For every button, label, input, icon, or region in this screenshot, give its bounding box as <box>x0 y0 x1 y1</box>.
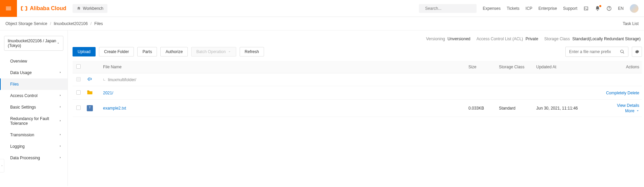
hamburger-icon <box>5 5 12 12</box>
file-updated: Jun 30, 2021, 11:11:46 <box>534 100 595 117</box>
help-icon <box>606 6 612 11</box>
file-size: 0.033KB <box>466 100 496 117</box>
sidebar-item-data-processing[interactable]: Data Processing <box>0 152 67 164</box>
info-label: Versioning <box>426 37 445 41</box>
select-all-checkbox[interactable] <box>76 64 81 69</box>
sidebar-item-access-control[interactable]: Access Control <box>0 90 67 101</box>
top-bar: Alibaba Cloud Workbench Expenses Tickets… <box>0 0 644 17</box>
info-value: Standard(Locally Redundant Storage) <box>572 37 641 41</box>
avatar[interactable] <box>630 4 639 13</box>
bucket-selector[interactable]: linuxbucket202106 / Japan (Tokyo) <box>4 36 63 51</box>
breadcrumb-row: Object Storage Service / linuxbucket2021… <box>0 17 644 30</box>
sidebar-item-label: Basic Settings <box>10 105 36 110</box>
parts-button[interactable]: Parts <box>137 47 157 56</box>
chevron-right-icon <box>59 144 62 148</box>
nav-enterprise[interactable]: Enterprise <box>539 6 557 11</box>
row-checkbox[interactable] <box>76 106 81 110</box>
content: Versioning Unversioned Access Control Li… <box>68 30 644 186</box>
table-row-path: ∟ linuxmultifolder/ <box>73 73 642 86</box>
task-list-link[interactable]: Task List <box>623 21 639 26</box>
back-button[interactable] <box>87 78 92 83</box>
create-folder-button[interactable]: Create Folder <box>99 47 134 56</box>
file-storage: Standard <box>496 100 534 117</box>
table-settings-button[interactable] <box>632 47 642 57</box>
col-filename: File Name <box>100 61 466 73</box>
sidebar-item-label: Redundancy for Fault Tolerance <box>10 116 59 126</box>
chevron-down-icon <box>57 41 60 45</box>
sidebar-item-overview[interactable]: Overview <box>0 55 67 67</box>
prefix-input[interactable] <box>566 47 617 56</box>
folder-link[interactable]: 2021/ <box>103 91 113 95</box>
gear-icon <box>635 49 639 54</box>
upload-button[interactable]: Upload <box>73 47 96 56</box>
more-actions-link[interactable]: More <box>625 109 639 113</box>
sidebar-item-files[interactable]: Files <box>0 78 67 90</box>
chevron-right-icon <box>59 71 62 74</box>
view-details-link[interactable]: View Details <box>617 103 639 108</box>
chevron-down-icon <box>636 109 639 112</box>
text-file-icon: T <box>87 105 93 111</box>
path-angle-icon: ∟ <box>103 77 105 82</box>
prefix-search-button[interactable] <box>617 47 628 56</box>
cloudshell-button[interactable] <box>583 6 589 11</box>
info-storage-class: Storage Class Standard(Locally Redundant… <box>544 37 641 41</box>
brand-text: Alibaba Cloud <box>30 5 66 11</box>
sidebar-collapse-handle[interactable] <box>0 159 4 172</box>
crumb-bucket[interactable]: linuxbucket202106 <box>54 21 88 26</box>
chevron-right-icon <box>59 105 62 109</box>
sidebar-item-data-usage[interactable]: Data Usage <box>0 67 67 78</box>
nav-support[interactable]: Support <box>563 6 577 11</box>
notification-dot <box>599 5 601 7</box>
info-label: Access Control List (ACL) <box>477 37 523 41</box>
crumb-current: Files <box>94 21 103 26</box>
chevron-right-icon <box>59 119 62 122</box>
table-row-folder: 2021/ Completely Delete <box>73 86 642 100</box>
sidebar-item-label: Data Usage <box>10 70 32 75</box>
row-checkbox[interactable] <box>76 90 81 95</box>
sidebar-item-basic-settings[interactable]: Basic Settings <box>0 101 67 113</box>
prefix-search <box>565 47 628 57</box>
menu-button[interactable] <box>0 0 17 17</box>
chevron-right-icon <box>59 94 62 97</box>
authorize-button[interactable]: Authorize <box>160 47 188 56</box>
refresh-button[interactable]: Refresh <box>240 47 264 56</box>
table-row-file: T example2.txt 0.033KB Standard Jun 30, … <box>73 100 642 117</box>
delete-folder-link[interactable]: Completely Delete <box>606 91 639 95</box>
home-icon <box>77 6 81 10</box>
table-head-row: File Name Size Storage Class Updated At … <box>73 61 642 73</box>
nav-lang[interactable]: EN <box>618 6 624 11</box>
sidebar-item-label: Transmission <box>10 133 34 137</box>
crumb-service[interactable]: Object Storage Service <box>5 21 47 26</box>
file-link[interactable]: example2.txt <box>103 106 126 111</box>
sidebar: linuxbucket202106 / Japan (Tokyo) Overvi… <box>0 30 68 186</box>
current-path: linuxmultifolder/ <box>108 77 136 82</box>
nav-icp[interactable]: ICP <box>526 6 532 11</box>
sidebar-item-logging[interactable]: Logging <box>0 141 67 152</box>
nav-expenses[interactable]: Expenses <box>483 6 501 11</box>
batch-operation-button: Batch Operation <box>191 47 236 56</box>
sidebar-item-transmission[interactable]: Transmission <box>0 129 67 141</box>
sidebar-item-label: Logging <box>10 144 25 149</box>
col-storage: Storage Class <box>496 61 534 73</box>
global-search-input[interactable] <box>425 6 476 11</box>
notifications-button[interactable] <box>595 6 600 11</box>
info-value: Unversioned <box>447 37 470 41</box>
crumb-sep: / <box>90 21 92 26</box>
back-arrow-icon <box>87 77 92 81</box>
info-versioning: Versioning Unversioned <box>426 37 470 41</box>
crumb-sep: / <box>50 21 51 26</box>
sidebar-item-label: Access Control <box>10 93 38 98</box>
top-nav: Expenses Tickets ICP Enterprise Support … <box>483 4 644 13</box>
brand[interactable]: Alibaba Cloud <box>20 5 66 12</box>
search-icon <box>620 49 625 54</box>
sidebar-item-redundancy[interactable]: Redundancy for Fault Tolerance <box>0 113 67 129</box>
info-value: Private <box>525 37 538 41</box>
workbench-button[interactable]: Workbench <box>73 4 107 13</box>
workbench-label: Workbench <box>83 6 103 11</box>
global-search[interactable] <box>419 4 477 13</box>
terminal-icon <box>583 6 589 11</box>
info-label: Storage Class <box>544 37 570 41</box>
help-button[interactable] <box>606 6 612 11</box>
bucket-info-strip: Versioning Unversioned Access Control Li… <box>73 34 642 47</box>
nav-tickets[interactable]: Tickets <box>507 6 520 11</box>
